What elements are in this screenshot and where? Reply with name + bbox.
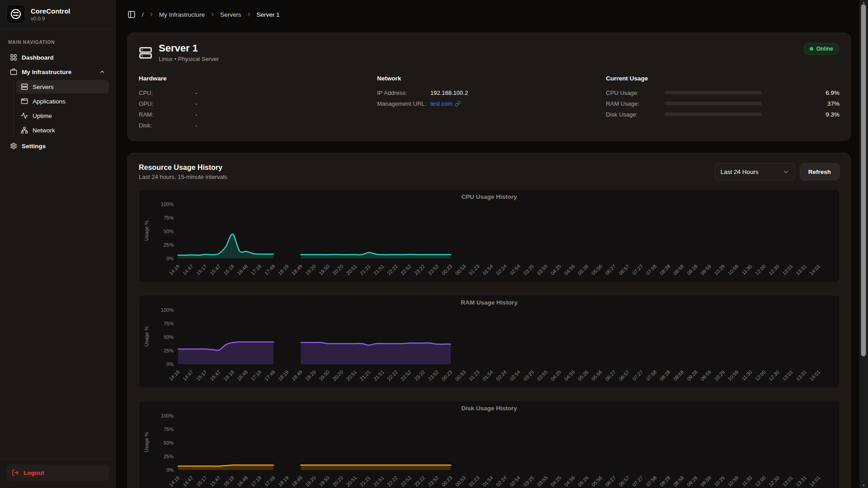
svg-text:01:23: 01:23 bbox=[468, 475, 481, 488]
breadcrumb-current: Server 1 bbox=[257, 11, 280, 18]
sidebar-item-label: Dashboard bbox=[22, 54, 54, 61]
svg-text:19:50: 19:50 bbox=[318, 369, 330, 382]
chevron-up-icon bbox=[99, 69, 105, 75]
management-url-row: Management URL: test.com bbox=[377, 98, 606, 109]
sidebar-item-applications[interactable]: Applications bbox=[16, 94, 109, 108]
management-url-link[interactable]: test.com bbox=[430, 100, 461, 107]
svg-text:23:52: 23:52 bbox=[427, 475, 439, 488]
svg-text:06:57: 06:57 bbox=[618, 369, 630, 382]
main-navigation: MAIN NAVIGATION Dashboard My Infrastruct… bbox=[0, 29, 115, 459]
app-logo-icon bbox=[6, 5, 25, 23]
sidebar-item-label: My Infrastructure bbox=[22, 69, 71, 75]
svg-text:17:18: 17:18 bbox=[250, 475, 262, 488]
svg-text:06:27: 06:27 bbox=[604, 369, 617, 382]
svg-text:14:01: 14:01 bbox=[808, 369, 821, 382]
sidebar-item-my-infrastructure[interactable]: My Infrastructure bbox=[6, 65, 109, 79]
app-version: v0.0.9 bbox=[31, 16, 71, 21]
svg-text:14:47: 14:47 bbox=[182, 475, 194, 488]
svg-text:04:25: 04:25 bbox=[550, 263, 562, 276]
svg-text:16:18: 16:18 bbox=[222, 263, 235, 276]
svg-text:07:58: 07:58 bbox=[645, 475, 658, 488]
sidebar-item-settings[interactable]: Settings bbox=[6, 139, 109, 153]
resource-history-card: Resource Usage History Last 24 hours, 15… bbox=[127, 153, 851, 488]
svg-text:14:01: 14:01 bbox=[808, 263, 821, 276]
sidebar-item-servers[interactable]: Servers bbox=[16, 80, 109, 94]
activity-icon bbox=[21, 112, 28, 119]
svg-text:02:54: 02:54 bbox=[509, 475, 521, 488]
hardware-row: RAM:- bbox=[139, 109, 377, 120]
svg-text:01:54: 01:54 bbox=[481, 475, 494, 488]
svg-text:01:23: 01:23 bbox=[468, 369, 481, 382]
svg-text:17:49: 17:49 bbox=[263, 263, 276, 276]
refresh-button[interactable]: Refresh bbox=[800, 163, 840, 180]
svg-text:13:31: 13:31 bbox=[795, 475, 807, 488]
svg-text:22:52: 22:52 bbox=[400, 263, 412, 276]
svg-text:08:28: 08:28 bbox=[659, 475, 671, 488]
disk-usage-value: 9.3% bbox=[762, 111, 840, 118]
app-name: CoreControl bbox=[31, 7, 71, 15]
svg-text:03:55: 03:55 bbox=[536, 263, 548, 276]
svg-text:03:55: 03:55 bbox=[536, 369, 548, 382]
sidebar-footer: Logout bbox=[0, 459, 115, 488]
svg-text:14:47: 14:47 bbox=[182, 263, 194, 276]
ram-usage-bar bbox=[665, 102, 762, 105]
svg-text:21:51: 21:51 bbox=[373, 369, 385, 382]
server-title: Server 1 bbox=[159, 43, 219, 54]
svg-text:01:23: 01:23 bbox=[468, 263, 481, 276]
sidebar-item-network[interactable]: Network bbox=[16, 123, 109, 137]
ram-usage-chart: RAM Usage History Usage % 0%25%50%75%100… bbox=[139, 295, 840, 388]
svg-text:20:51: 20:51 bbox=[345, 263, 358, 276]
svg-text:03:25: 03:25 bbox=[522, 475, 535, 488]
svg-text:02:24: 02:24 bbox=[495, 369, 508, 382]
svg-text:21:21: 21:21 bbox=[359, 475, 372, 488]
topbar: / My Infrastructure Servers Server 1 bbox=[116, 0, 868, 29]
svg-text:10:59: 10:59 bbox=[727, 369, 740, 382]
svg-text:15:47: 15:47 bbox=[209, 369, 222, 382]
svg-text:25%: 25% bbox=[164, 454, 174, 459]
svg-text:22:22: 22:22 bbox=[386, 263, 399, 276]
svg-text:01:54: 01:54 bbox=[481, 263, 494, 276]
sidebar-toggle-icon[interactable] bbox=[127, 10, 136, 19]
ip-address-value: 192.168.100.2 bbox=[430, 89, 468, 96]
svg-text:20:20: 20:20 bbox=[331, 263, 344, 276]
svg-text:01:54: 01:54 bbox=[481, 369, 494, 382]
hardware-row: CPU:- bbox=[139, 87, 377, 98]
vertical-scrollbar[interactable]: ▲ ▼ bbox=[859, 0, 868, 488]
breadcrumb-home[interactable]: / bbox=[142, 11, 144, 18]
svg-text:23:52: 23:52 bbox=[427, 263, 439, 276]
svg-text:02:54: 02:54 bbox=[509, 369, 521, 382]
sidebar-item-uptime[interactable]: Uptime bbox=[16, 109, 109, 122]
svg-text:17:49: 17:49 bbox=[263, 369, 276, 382]
svg-text:75%: 75% bbox=[164, 321, 174, 326]
sidebar-item-label: Settings bbox=[22, 143, 46, 150]
link-icon bbox=[455, 101, 461, 107]
app-brand: CoreControl v0.0.9 bbox=[0, 0, 115, 29]
status-badge: Online bbox=[803, 43, 840, 55]
y-axis-label: Usage % bbox=[144, 432, 149, 452]
svg-text:10:59: 10:59 bbox=[727, 263, 740, 276]
svg-text:25%: 25% bbox=[164, 348, 174, 353]
scrollbar-thumb[interactable] bbox=[861, 4, 866, 357]
svg-text:12:30: 12:30 bbox=[768, 369, 780, 382]
svg-text:00:53: 00:53 bbox=[454, 369, 467, 382]
svg-text:22:52: 22:52 bbox=[400, 369, 412, 382]
breadcrumb-item[interactable]: Servers bbox=[220, 11, 241, 18]
time-range-select[interactable]: Last 24 Hours bbox=[715, 163, 795, 180]
sidebar-item-dashboard[interactable]: Dashboard bbox=[6, 50, 109, 65]
svg-text:05:56: 05:56 bbox=[590, 263, 603, 276]
svg-text:50%: 50% bbox=[164, 229, 174, 234]
briefcase-icon bbox=[10, 68, 17, 75]
svg-text:0%: 0% bbox=[166, 256, 174, 261]
svg-text:13:01: 13:01 bbox=[781, 263, 794, 276]
svg-text:08:58: 08:58 bbox=[672, 475, 685, 488]
svg-text:08:58: 08:58 bbox=[672, 263, 685, 276]
svg-text:04:25: 04:25 bbox=[550, 475, 562, 488]
svg-text:15:47: 15:47 bbox=[209, 475, 222, 488]
breadcrumb-item[interactable]: My Infrastructure bbox=[159, 11, 205, 18]
svg-text:00:23: 00:23 bbox=[440, 369, 453, 382]
svg-text:25%: 25% bbox=[164, 242, 174, 248]
chevron-right-icon bbox=[246, 11, 252, 18]
sidebar-item-label: Network bbox=[33, 127, 55, 134]
logout-button[interactable]: Logout bbox=[6, 465, 109, 481]
scroll-down-arrow[interactable]: ▼ bbox=[859, 483, 868, 488]
